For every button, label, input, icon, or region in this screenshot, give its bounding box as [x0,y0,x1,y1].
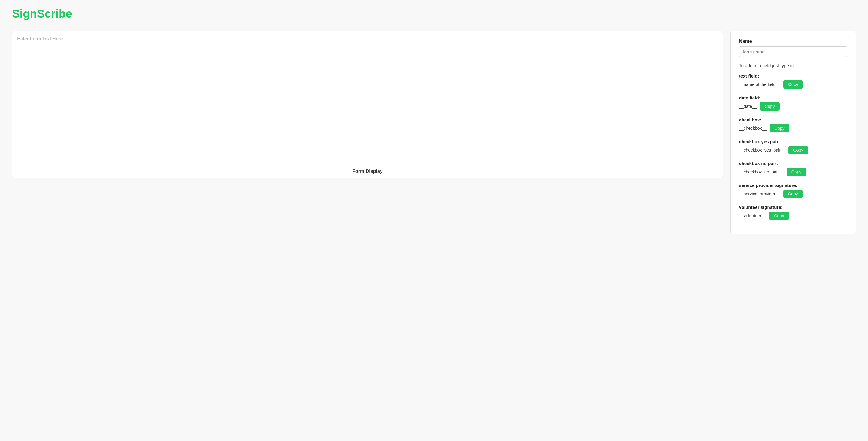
field-value-row-text-field: __name of the field__Copy [739,80,847,89]
field-label-text-field: text field: [739,74,847,79]
left-panel: Form Display [12,31,723,178]
copy-button-volunteer-signature[interactable]: Copy [769,211,789,220]
field-value-row-checkbox-yes-pair: __checkbox_yes_pair__Copy [739,146,847,154]
field-value-row-volunteer-signature: __volunteer__Copy [739,211,847,220]
copy-button-checkbox-no-pair[interactable]: Copy [786,168,806,176]
main-content: Form Display Name To add in a field just… [0,25,868,240]
form-textarea[interactable] [15,34,720,166]
instructions-text: To add in a field just type in: [739,63,847,68]
field-label-checkbox-yes-pair: checkbox yes pair: [739,139,847,144]
copy-button-checkbox-yes-pair[interactable]: Copy [788,146,808,154]
field-value-row-date-field: __date__Copy [739,102,847,111]
field-value-checkbox-yes-pair: __checkbox_yes_pair__ [739,148,785,152]
field-row-checkbox-no-pair: checkbox no pair:__checkbox_no_pair__Cop… [739,161,847,176]
field-row-volunteer-signature: volunteer signature:__volunteer__Copy [739,205,847,220]
copy-button-text-field[interactable]: Copy [783,80,803,89]
app-title: SignScribe [12,7,856,20]
copy-button-date-field[interactable]: Copy [760,102,780,111]
copy-button-service-provider-signature[interactable]: Copy [783,189,803,198]
field-label-service-provider-signature: service provider signature: [739,183,847,188]
field-value-date-field: __date__ [739,104,757,109]
field-label-checkbox: checkbox: [739,117,847,122]
fields-container: text field:__name of the field__Copydate… [739,74,847,220]
field-label-checkbox-no-pair: checkbox no pair: [739,161,847,166]
field-row-date-field: date field:__date__Copy [739,95,847,111]
field-value-checkbox-no-pair: __checkbox_no_pair__ [739,170,783,174]
field-row-text-field: text field:__name of the field__Copy [739,74,847,89]
name-label: Name [739,39,847,44]
field-label-date-field: date field: [739,95,847,100]
form-display-label: Form Display [15,166,720,175]
right-panel: Name To add in a field just type in: tex… [730,31,856,234]
field-value-row-checkbox-no-pair: __checkbox_no_pair__Copy [739,168,847,176]
field-value-text-field: __name of the field__ [739,82,780,87]
field-value-volunteer-signature: __volunteer__ [739,213,766,218]
field-value-service-provider-signature: __service_provider__ [739,192,780,196]
field-row-checkbox: checkbox:__checkbox__Copy [739,117,847,133]
field-value-row-service-provider-signature: __service_provider__Copy [739,189,847,198]
copy-button-checkbox[interactable]: Copy [770,124,789,133]
field-value-checkbox: __checkbox__ [739,126,767,130]
field-value-row-checkbox: __checkbox__Copy [739,124,847,133]
field-row-service-provider-signature: service provider signature:__service_pro… [739,183,847,198]
field-row-checkbox-yes-pair: checkbox yes pair:__checkbox_yes_pair__C… [739,139,847,154]
field-label-volunteer-signature: volunteer signature: [739,205,847,210]
name-input[interactable] [739,47,847,57]
app-header: SignScribe [0,0,868,25]
